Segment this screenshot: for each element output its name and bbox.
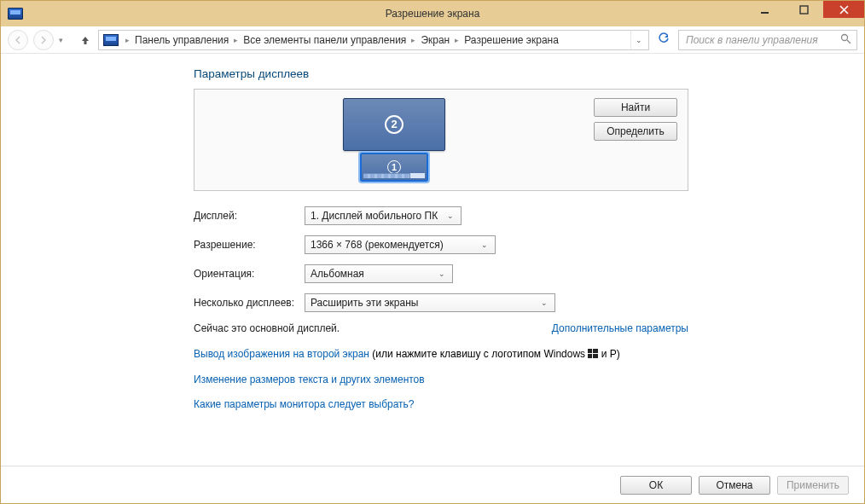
resolution-label: Разрешение: — [194, 239, 305, 251]
window-root: Разрешение экрана ▾ ▸ Панель уп — [0, 0, 865, 504]
maximize-button[interactable] — [784, 1, 823, 18]
svg-rect-1 — [800, 6, 808, 14]
chevron-down-icon: ⌄ — [435, 268, 449, 280]
monitor-number: 1 — [387, 160, 401, 174]
chevron-down-icon: ⌄ — [444, 210, 457, 222]
advanced-settings-link[interactable]: Дополнительные параметры — [552, 322, 688, 334]
text-size-link[interactable]: Изменение размеров текста и других элеме… — [194, 374, 425, 385]
chevron-right-icon: ▸ — [230, 36, 241, 44]
identify-button[interactable]: Определить — [594, 122, 677, 141]
breadcrumb-item[interactable]: Все элементы панели управления — [241, 34, 408, 46]
svg-line-3 — [847, 40, 850, 43]
apply-button[interactable]: Применить — [777, 476, 849, 495]
multi-display-value: Расширить эти экраны — [311, 297, 418, 309]
titlebar: Разрешение экрана — [1, 1, 864, 26]
monitor-number: 2 — [385, 115, 403, 134]
monitor-2[interactable]: 2 — [343, 98, 445, 151]
search-icon — [840, 33, 851, 47]
content: Параметры дисплеев 2 1 — [1, 54, 864, 466]
project-to-second-screen-link[interactable]: Вывод изображения на второй экран — [194, 348, 369, 360]
back-button[interactable] — [8, 30, 28, 50]
chevron-right-icon: ▸ — [408, 36, 419, 44]
up-button[interactable] — [78, 32, 93, 48]
svg-rect-0 — [761, 12, 769, 14]
display-select[interactable]: 1. Дисплей мобильного ПК ⌄ — [305, 206, 462, 225]
chevron-down-icon: ⌄ — [478, 239, 491, 251]
multi-display-label: Несколько дисплеев: — [194, 297, 305, 309]
breadcrumb[interactable]: ▸ Панель управления ▸ Все элементы панел… — [98, 30, 649, 50]
breadcrumb-item[interactable]: Экран — [419, 34, 451, 46]
app-icon — [8, 8, 23, 20]
breadcrumb-item[interactable]: Разрешение экрана — [462, 34, 560, 46]
main-display-text: Сейчас это основной дисплей. — [194, 322, 340, 334]
control-panel-icon — [103, 34, 119, 46]
breadcrumb-item[interactable]: Панель управления — [133, 34, 230, 46]
multi-display-select[interactable]: Расширить эти экраны ⌄ — [305, 293, 555, 312]
windows-logo-icon — [588, 349, 598, 359]
display-value: 1. Дисплей мобильного ПК — [311, 210, 438, 222]
monitor-1-selected[interactable]: 1 — [360, 153, 428, 182]
navbar: ▾ ▸ Панель управления ▸ Все элементы пан… — [1, 26, 864, 54]
search-box[interactable] — [678, 30, 857, 50]
find-button[interactable]: Найти — [594, 98, 677, 117]
minimize-button[interactable] — [745, 1, 784, 18]
close-button[interactable] — [823, 1, 864, 18]
refresh-button[interactable] — [654, 32, 673, 47]
search-input[interactable] — [684, 33, 840, 47]
footer: ОК Отмена Применить — [1, 466, 864, 503]
chevron-right-icon: ▸ — [451, 36, 462, 44]
settings-form: Дисплей: 1. Дисплей мобильного ПК ⌄ Разр… — [194, 206, 688, 312]
svg-point-2 — [842, 34, 848, 40]
monitor-picker: 2 1 Найти Определить — [194, 89, 688, 191]
which-params-link[interactable]: Какие параметры монитора следует выбрать… — [194, 398, 415, 410]
history-dropdown-icon[interactable]: ▾ — [59, 36, 69, 44]
display-label: Дисплей: — [194, 210, 305, 222]
tray-icon — [409, 173, 425, 178]
project-suffix-b: и P) — [598, 348, 619, 360]
resolution-select[interactable]: 1366 × 768 (рекомендуется) ⌄ — [305, 235, 496, 254]
chevron-down-icon: ⌄ — [537, 297, 551, 309]
window-title: Разрешение экрана — [1, 8, 864, 20]
project-paragraph: Вывод изображения на второй экран (или н… — [194, 348, 688, 362]
window-buttons — [745, 1, 864, 26]
body: Параметры дисплеев 2 1 — [1, 54, 864, 503]
status-row: Сейчас это основной дисплей. Дополнитель… — [194, 322, 688, 334]
orientation-select[interactable]: Альбомная ⌄ — [305, 264, 453, 283]
monitor-stage[interactable]: 2 1 — [194, 90, 594, 190]
ok-button[interactable]: ОК — [620, 476, 692, 495]
forward-button[interactable] — [33, 30, 54, 50]
orientation-label: Ориентация: — [194, 268, 305, 280]
breadcrumb-dropdown-icon[interactable]: ⌄ — [630, 31, 646, 49]
cancel-button[interactable]: Отмена — [699, 476, 770, 495]
orientation-value: Альбомная — [311, 268, 364, 280]
chevron-right-icon: ▸ — [122, 36, 133, 44]
project-suffix-a: (или нажмите клавишу с логотипом Windows — [369, 348, 588, 360]
page-heading: Параметры дисплеев — [194, 67, 688, 80]
resolution-value: 1366 × 768 (рекомендуется) — [311, 239, 444, 251]
